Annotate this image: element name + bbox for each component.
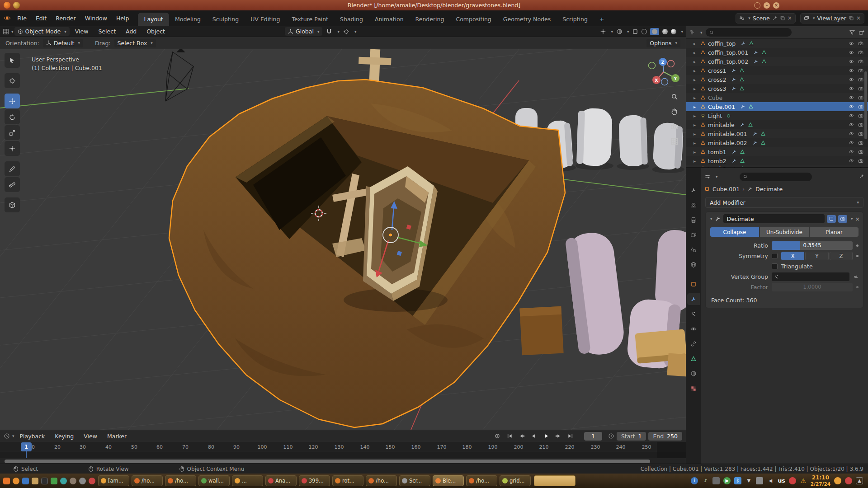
ratio-slider[interactable]: 0.3545 (772, 241, 853, 250)
tab-planar[interactable]: Planar (810, 227, 859, 237)
outliner-item[interactable]: ▸Cube (686, 93, 868, 102)
menu-add[interactable]: Add (121, 28, 141, 35)
gimp-icon[interactable] (69, 475, 77, 486)
taskbar-window[interactable]: grid... (500, 475, 531, 486)
drag-dropdown[interactable]: Select Box ▾ (114, 39, 156, 47)
tab-scripting[interactable]: Scripting (557, 13, 594, 26)
expand-icon[interactable]: ▸ (693, 41, 698, 46)
use-preview-range-icon[interactable] (608, 433, 614, 439)
gravestones-purple[interactable] (565, 229, 686, 377)
files-icon[interactable] (31, 475, 39, 486)
add-modifier-button[interactable]: Add Modifier ▾ (705, 197, 863, 208)
taskbar-window[interactable]: ... (232, 475, 263, 486)
tab-texture[interactable] (687, 383, 700, 394)
tab-world[interactable] (687, 259, 700, 271)
expand-icon[interactable]: ▸ (693, 141, 698, 145)
update-tray-icon[interactable] (845, 477, 852, 484)
scene-selector[interactable]: ▾ Scene × (736, 13, 796, 23)
play-button[interactable] (541, 432, 551, 440)
tool-transform[interactable] (5, 141, 20, 156)
tab-texture-paint[interactable]: Texture Paint (286, 13, 334, 26)
show-gizmo-icon[interactable] (600, 28, 606, 35)
media-icon[interactable] (59, 475, 67, 486)
outliner-item[interactable]: ▸cross3 (686, 84, 868, 93)
proportional-editing-icon[interactable] (343, 28, 349, 35)
axis-z-button[interactable]: Z (830, 252, 853, 260)
bluetooth-tray-icon[interactable]: ᛒ (734, 477, 741, 484)
display-viewport-toggle[interactable] (838, 215, 847, 223)
expand-icon[interactable]: ▸ (693, 131, 698, 136)
tab-object-data[interactable] (687, 353, 700, 365)
taskbar-window-blank[interactable] (534, 475, 576, 486)
nav-axis-neg-z[interactable] (661, 79, 668, 85)
hide-eye-icon[interactable] (849, 131, 854, 136)
tool-measure[interactable] (5, 177, 20, 192)
orientation-dropdown[interactable]: Default ▾ (43, 39, 83, 47)
tab-modeling[interactable]: Modeling (169, 13, 207, 26)
shading-solid-button[interactable] (650, 28, 659, 35)
expand-icon[interactable]: ▸ (693, 150, 698, 155)
menu-render[interactable]: Render (51, 15, 80, 22)
tab-physics[interactable] (687, 323, 700, 335)
menu-view[interactable]: View (71, 28, 93, 35)
hide-eye-icon[interactable] (849, 104, 854, 109)
close-modifier-icon[interactable]: × (855, 216, 860, 222)
close-button[interactable]: × (773, 2, 779, 9)
hide-eye-icon[interactable] (849, 86, 854, 91)
xray-toggle-icon[interactable] (632, 28, 638, 35)
terminal-icon[interactable] (40, 475, 48, 486)
tool-cursor[interactable] (5, 73, 20, 88)
invert-vertex-group-icon[interactable] (853, 274, 859, 280)
menu-file[interactable]: File (13, 15, 31, 22)
tab-collapse[interactable]: Collapse (710, 227, 759, 237)
download-tray-icon[interactable]: ▼ (745, 477, 752, 484)
tool-move[interactable] (5, 94, 20, 108)
taskbar-window[interactable]: /ho... (466, 475, 497, 486)
info-tray-icon[interactable]: i (691, 477, 698, 484)
viewlayer-selector[interactable]: ▾ ViewLayer × (800, 13, 864, 23)
tool-scale[interactable] (5, 125, 20, 140)
taskbar-window[interactable]: rot... (332, 475, 363, 486)
outliner-item[interactable]: ▸coffin_top.002 (686, 57, 868, 66)
expand-icon[interactable]: ▸ (693, 159, 698, 164)
blender-logo-icon[interactable] (4, 14, 11, 22)
menu-icon[interactable] (13, 2, 20, 9)
hide-eye-icon[interactable] (849, 95, 854, 100)
toggle-perspective-icon[interactable] (670, 137, 679, 145)
render-visibility-icon[interactable] (858, 122, 863, 127)
tab-object[interactable] (687, 278, 700, 290)
filter-icon[interactable] (849, 29, 855, 36)
shading-wireframe-button[interactable] (642, 29, 647, 34)
render-visibility-icon[interactable] (858, 95, 863, 100)
tab-tool[interactable] (687, 184, 700, 196)
tab-view-layer[interactable] (687, 229, 700, 241)
nav-axis-neg-x[interactable] (668, 61, 675, 67)
animate-dot-icon[interactable] (856, 244, 859, 247)
remove-viewlayer-icon[interactable]: × (856, 15, 861, 21)
render-visibility-icon[interactable] (858, 41, 863, 46)
taskbar-window[interactable]: Ana... (265, 475, 297, 486)
tab-animation[interactable]: Animation (369, 13, 410, 26)
hide-eye-icon[interactable] (849, 68, 854, 73)
render-visibility-icon[interactable] (858, 149, 863, 155)
vertex-group-field[interactable] (772, 272, 849, 281)
symmetry-checkbox[interactable] (772, 253, 778, 259)
network-tray-icon[interactable] (756, 477, 763, 484)
tab-rendering[interactable]: Rendering (410, 13, 450, 26)
render-visibility-icon[interactable] (858, 50, 863, 55)
zoom-icon[interactable] (670, 93, 679, 101)
render-visibility-icon[interactable] (858, 104, 863, 109)
hide-eye-icon[interactable] (849, 158, 854, 164)
render-visibility-icon[interactable] (858, 158, 863, 164)
hide-eye-icon[interactable] (849, 149, 854, 155)
outliner-item-selected[interactable]: ▸Cube.001 (686, 102, 868, 111)
taskbar-window-active[interactable]: Ble... (433, 475, 464, 486)
outliner-item[interactable]: ▸Light (686, 111, 868, 120)
tool-select-box[interactable] (5, 53, 20, 68)
render-visibility-icon[interactable] (858, 140, 863, 145)
render-visibility-icon[interactable] (858, 68, 863, 73)
tab-shading[interactable]: Shading (334, 13, 369, 26)
display-editmode-toggle[interactable] (827, 215, 836, 223)
taskbar-window[interactable]: [am... (98, 475, 129, 486)
outliner-item[interactable]: ▸cross1 (686, 66, 868, 75)
